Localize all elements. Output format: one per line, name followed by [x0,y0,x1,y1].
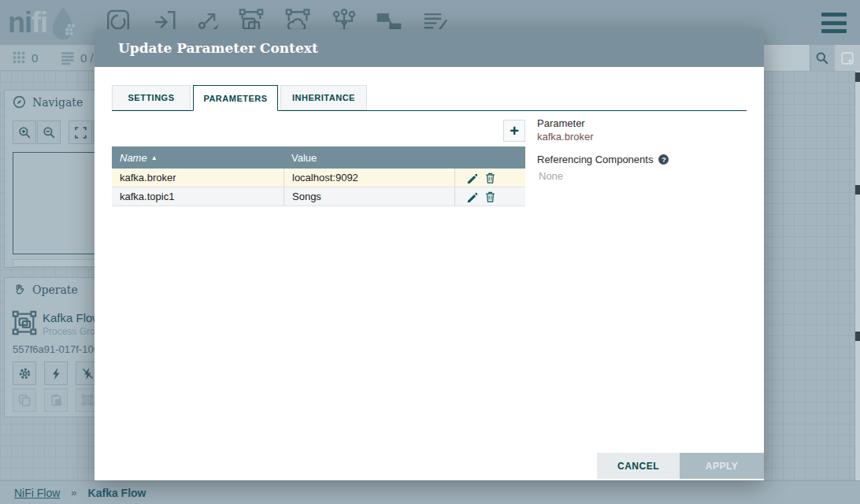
navigate-panel-title: Navigate [32,96,83,109]
global-menu-icon[interactable] [821,13,847,33]
delete-icon[interactable] [485,191,495,202]
add-parameter-button[interactable]: + [503,120,525,142]
scrollbar-mark [855,332,860,341]
table-row[interactable]: kafka.topic1 Songs [112,187,525,206]
edit-icon[interactable] [466,172,477,183]
parameter-name-cell: kafka.broker [112,172,284,183]
sort-ascending-icon: ▲ [151,154,158,161]
update-parameter-context-dialog: Update Parameter Context SETTINGS PARAME… [95,29,764,480]
search-button[interactable] [810,45,833,71]
table-row[interactable]: kafka.broker localhost:9092 [112,169,525,187]
column-header-value[interactable]: Value [284,152,454,164]
copy-button[interactable] [13,388,36,412]
nifi-drop-icon [47,6,79,40]
configure-button[interactable] [13,361,36,385]
column-header-name[interactable]: Name ▲ [112,152,284,164]
tab-settings[interactable]: SETTINGS [112,85,191,110]
referencing-components-label: Referencing Components [537,154,653,165]
list-icon [60,50,76,65]
settings-panel-button[interactable] [834,45,860,71]
start-button[interactable] [44,361,68,385]
paste-icon [50,394,62,406]
scrollbar-mark [855,72,860,82]
cancel-button[interactable]: CANCEL [597,453,680,479]
delete-icon[interactable] [485,172,495,183]
gear-icon [18,367,32,380]
nifi-logo-text: ni [8,6,32,39]
nifi-logo: nifi [8,5,79,41]
parameters-table-header: Name ▲ Value [112,146,525,169]
hand-icon [13,283,26,296]
zoom-out-icon [43,126,56,139]
parameters-table: Name ▲ Value kafka.broker localhost:9092… [112,146,525,206]
process-group-badge-icon [11,309,38,336]
search-icon [815,51,829,65]
dialog-tabs: SETTINGS PARAMETERS INHERITANCE [112,85,747,111]
zoom-fit-button[interactable] [69,120,92,144]
scrollbar-mark [855,185,860,195]
breadcrumb-root-link[interactable]: NiFi Flow [14,487,60,499]
apply-button[interactable]: APPLY [680,453,764,479]
breadcrumb-separator: » [71,487,76,498]
breadcrumb-current: Kafka Flow [88,487,146,499]
zoom-in-button[interactable] [13,120,36,144]
zoom-in-icon [18,126,32,139]
copy-icon [18,394,31,406]
plus-icon: + [510,122,519,140]
paste-button[interactable] [44,388,68,412]
parameter-label: Parameter [537,117,750,129]
breadcrumb: NiFi Flow » Kafka Flow [0,480,860,504]
compass-icon [13,95,26,109]
zoom-out-button[interactable] [37,120,61,144]
fit-icon [74,126,87,139]
help-icon[interactable]: ? [658,154,669,165]
thread-count: 0 [32,51,38,65]
lightning-off-icon [82,368,94,380]
dialog-title: Update Parameter Context [118,40,318,56]
queued-stat: 0 / [60,50,94,65]
canvas-scrollbar[interactable] [854,71,860,480]
group-icon [81,394,94,406]
parameter-value-cell: localhost:9092 [284,169,454,187]
parameter-detail-panel: Parameter kafka.broker Referencing Compo… [537,117,750,182]
operate-panel-title: Operate [32,284,78,296]
panel-icon [840,51,854,65]
edit-icon[interactable] [466,191,477,202]
grid-dots-icon [11,50,27,65]
selected-component-name: Kafka Flow [43,311,101,324]
referencing-components-value: None [537,170,750,182]
parameter-value-cell: Songs [284,187,454,206]
parameter-name-cell: kafka.topic1 [112,191,284,202]
selected-parameter-name: kafka.broker [537,131,750,143]
tab-inheritance[interactable]: INHERITANCE [280,85,367,110]
lightning-icon [50,368,62,380]
running-components-stat: 0 [11,50,38,65]
queued-count: 0 / [80,51,94,65]
tab-parameters[interactable]: PARAMETERS [193,85,278,111]
dialog-header: Update Parameter Context [95,29,764,67]
